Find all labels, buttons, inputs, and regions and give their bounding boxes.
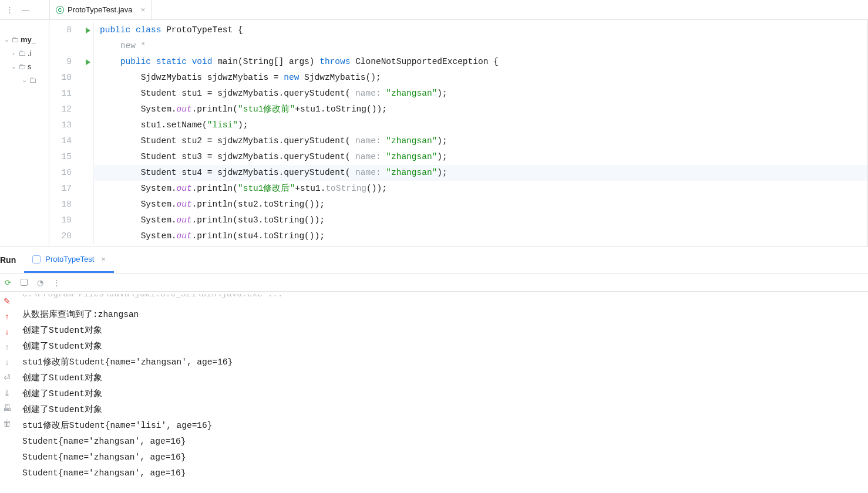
run-config-icon — [32, 255, 41, 264]
tree-row[interactable]: › 🗀 .i — [0, 46, 49, 60]
line-number: 15 — [49, 149, 78, 165]
console-line: 创建了Student对象 — [22, 402, 868, 418]
folder-icon: 🗀 — [18, 49, 26, 58]
console-line: stu1修改后Student{name='lisi', age=16} — [22, 418, 868, 434]
close-icon[interactable]: × — [141, 5, 146, 14]
editor-gutter: 8 9 10 11 12 13 14 15 16 17 18 19 20 — [49, 20, 78, 246]
console-line: 创建了Student对象 — [22, 386, 868, 402]
arrow-up-grey-icon[interactable]: ↑ — [5, 342, 9, 352]
console-line: Student{name='zhangsan', age=16} — [22, 434, 868, 450]
code-line[interactable]: Student stu1 = sjdwzMybatis.queryStudent… — [93, 86, 867, 102]
console-line: Student{name='zhangsan', age=16} — [22, 465, 868, 481]
code-content[interactable]: public class ProtoTypeTest { new * publi… — [94, 20, 868, 246]
project-sidebar[interactable]: ⌄ 🗀 my_ › 🗀 .i ⌄ 🗀 s ⌄ 🗀 — [0, 20, 49, 246]
console-line: C:\Program Files\Java\jdk1.8.0_321\bin\j… — [22, 294, 868, 302]
line-number: 14 — [49, 133, 78, 149]
code-line[interactable]: Student stu2 = sjdwzMybatis.queryStudent… — [93, 133, 867, 149]
minimize-icon[interactable]: — — [22, 5, 29, 14]
tab-controls: ⋮ — — [0, 5, 49, 14]
console-line: 创建了Student对象 — [22, 339, 868, 354]
run-tool-label: Run — [0, 255, 24, 265]
code-line[interactable]: System.out.println(stu3.toString()); — [93, 212, 867, 228]
code-line[interactable]: Student stu4 = sjdwzMybatis.queryStudent… — [93, 165, 867, 181]
line-number[interactable]: 9 — [49, 54, 78, 70]
file-tab-label: ProtoTypeTest.java — [68, 5, 133, 14]
kebab-icon[interactable]: ⋮ — [6, 5, 14, 14]
wrap-icon[interactable]: ⏎ — [4, 373, 11, 382]
run-gutter — [78, 20, 94, 246]
console-line: stu1修改前Student{name='zhangsan', age=16} — [22, 354, 868, 370]
run-toolbar: ⟳ ◔ ⋮ — [0, 273, 868, 292]
close-icon[interactable]: × — [101, 255, 106, 264]
line-number: 10 — [49, 70, 78, 86]
line-number: 12 — [49, 102, 78, 117]
tree-label: .i — [28, 49, 32, 58]
tree-row[interactable]: ⌄ 🗀 — [0, 73, 49, 87]
arrow-up-icon[interactable]: ↑ — [5, 312, 9, 321]
code-line[interactable]: System.out.println("stu1修改前"+stu1.toStri… — [93, 102, 867, 117]
code-line[interactable]: stu1.setName("lisi"); — [93, 117, 867, 133]
line-number: 16 — [49, 165, 78, 181]
code-line[interactable]: Student stu3 = sjdwzMybatis.queryStudent… — [93, 149, 867, 165]
tree-label: my_ — [21, 35, 36, 44]
folder-icon: 🗀 — [18, 62, 26, 71]
chevron-down-icon[interactable]: ⌄ — [4, 36, 9, 43]
line-number — [49, 38, 78, 54]
print-icon[interactable]: 🖶 — [3, 403, 11, 413]
folder-icon: 🗀 — [29, 76, 36, 85]
line-number: 18 — [49, 197, 78, 212]
edit-icon[interactable]: ✎ — [4, 296, 11, 306]
line-number[interactable]: 8 — [49, 22, 78, 38]
file-tab[interactable]: C ProtoTypeTest.java × — [49, 0, 152, 19]
arrow-down-icon[interactable]: ↓ — [5, 327, 9, 336]
line-number: 20 — [49, 228, 78, 244]
line-number: 17 — [49, 181, 78, 197]
line-number: 19 — [49, 212, 78, 228]
console-line: 创建了Student对象 — [22, 370, 868, 386]
chevron-right-icon[interactable]: › — [11, 50, 16, 57]
run-tabs-bar: Run ProtoTypeTest × — [0, 247, 868, 273]
console-gutter: ✎ ↑ ↓ ↑ ↓ ⏎ ⤓ 🖶 🗑 — [0, 292, 14, 493]
code-line[interactable]: public class ProtoTypeTest { — [93, 22, 867, 38]
tree-row[interactable]: ⌄ 🗀 s — [0, 60, 49, 73]
tree-row[interactable]: ⌄ 🗀 my_ — [0, 33, 49, 46]
run-panel: Run ProtoTypeTest × ⟳ ◔ ⋮ ✎ ↑ ↓ ↑ ↓ ⏎ ⤓ … — [0, 246, 868, 493]
kebab-icon[interactable]: ⋮ — [53, 278, 60, 287]
line-number: 13 — [49, 117, 78, 133]
export-icon[interactable]: ⤓ — [4, 388, 11, 397]
console-output[interactable]: C:\Program Files\Java\jdk1.8.0_321\bin\j… — [14, 292, 868, 493]
run-config-tab[interactable]: ProtoTypeTest × — [24, 247, 114, 273]
gauge-icon[interactable]: ◔ — [37, 278, 43, 287]
chevron-down-icon[interactable]: ⌄ — [11, 63, 16, 70]
run-config-name: ProtoTypeTest — [45, 255, 94, 264]
tabs-bar: ⋮ — C ProtoTypeTest.java × — [0, 0, 868, 20]
class-icon: C — [56, 6, 64, 14]
code-line[interactable]: System.out.println(stu2.toString()); — [93, 197, 867, 212]
trash-icon[interactable]: 🗑 — [3, 418, 11, 428]
rerun-icon[interactable]: ⟳ — [5, 278, 11, 287]
tree-label: s — [28, 62, 32, 71]
console-line: Student{name='zhangsan', age=16} — [22, 450, 868, 465]
main-area: ⌄ 🗀 my_ › 🗀 .i ⌄ 🗀 s ⌄ 🗀 8 9 10 11 12 — [0, 20, 868, 246]
code-line[interactable]: new * — [93, 38, 867, 54]
line-number: 11 — [49, 86, 78, 102]
code-editor[interactable]: 8 9 10 11 12 13 14 15 16 17 18 19 20 pub… — [49, 20, 868, 246]
chevron-down-icon[interactable]: ⌄ — [21, 76, 27, 84]
code-line[interactable]: public static void main(String[] args) t… — [93, 54, 867, 70]
console-line: 从数据库查询到了:zhangsan — [22, 307, 868, 323]
console-line: 创建了Student对象 — [22, 323, 868, 339]
code-line[interactable]: System.out.println(stu4.toString()); — [93, 228, 867, 244]
folder-icon: 🗀 — [11, 35, 19, 44]
code-line[interactable]: SjdwzMybatis sjdwzMybatis = new SjdwzMyb… — [93, 70, 867, 86]
arrow-down-grey-icon[interactable]: ↓ — [5, 357, 9, 367]
code-line[interactable]: System.out.println("stu1修改后"+stu1.toStri… — [93, 181, 867, 197]
stop-icon[interactable] — [21, 279, 28, 286]
console-wrap: ✎ ↑ ↓ ↑ ↓ ⏎ ⤓ 🖶 🗑 C:\Program Files\Java\… — [0, 292, 868, 493]
